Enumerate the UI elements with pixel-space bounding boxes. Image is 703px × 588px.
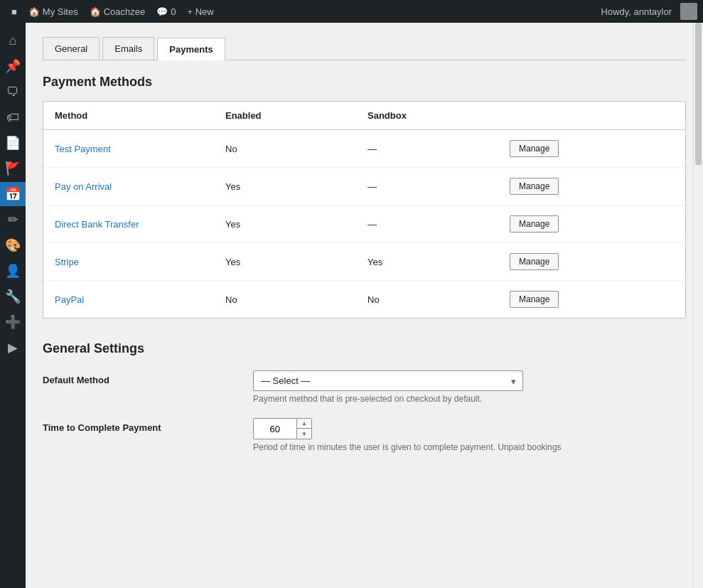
- sidebar-item-calendar[interactable]: 📅: [0, 182, 26, 206]
- home-icon: 🏠: [28, 6, 40, 17]
- table-row: Pay on Arrival Yes — Manage: [43, 168, 685, 205]
- method-link-direct-bank-transfer[interactable]: Direct Bank Transfer: [55, 219, 139, 230]
- manage-button-paypal[interactable]: Manage: [510, 291, 559, 308]
- sidebar-item-dashboard[interactable]: ⌂: [0, 28, 26, 53]
- sidebar-item-plugins[interactable]: ➕: [0, 310, 26, 334]
- sidebar-item-feedback[interactable]: 🚩: [0, 156, 26, 181]
- my-sites-label: My Sites: [43, 6, 78, 17]
- time-to-complete-input-wrapper: ▲ ▼: [253, 418, 312, 439]
- site-icon: 🏠: [90, 6, 101, 17]
- main-content: General Emails Payments Payment Methods …: [26, 23, 703, 588]
- enabled-pay-on-arrival: Yes: [225, 181, 367, 192]
- sidebar-item-tools[interactable]: 🔧: [0, 284, 26, 309]
- new-content-menu[interactable]: + New: [181, 0, 219, 23]
- default-method-description: Payment method that is pre-selected on c…: [253, 394, 686, 404]
- method-link-pay-on-arrival[interactable]: Pay on Arrival: [55, 181, 112, 192]
- payment-methods-table: Method Enabled Sandbox Test Payment No —…: [43, 101, 686, 319]
- tab-emails[interactable]: Emails: [102, 37, 154, 60]
- default-method-control: — Select — Test Payment Pay on Arrival D…: [253, 370, 686, 404]
- enabled-stripe: Yes: [225, 257, 367, 267]
- enabled-test-payment: No: [225, 144, 367, 154]
- method-link-stripe[interactable]: Stripe: [55, 257, 79, 267]
- sidebar-item-comments[interactable]: 🗨: [0, 80, 26, 104]
- sidebar-item-tickets[interactable]: 🏷: [0, 105, 26, 129]
- table-header-row: Method Enabled Sandbox: [43, 102, 685, 130]
- sandbox-test-payment: —: [367, 144, 510, 154]
- howdy-label[interactable]: Howdy, anntaylor: [596, 0, 677, 23]
- number-spinners: ▲ ▼: [296, 419, 311, 439]
- scrollbar[interactable]: [693, 23, 703, 588]
- header-enabled: Enabled: [225, 110, 367, 121]
- enabled-direct-bank-transfer: Yes: [225, 219, 367, 230]
- sidebar-item-brush[interactable]: ✏: [0, 208, 26, 232]
- sidebar-item-palette[interactable]: 🎨: [0, 233, 26, 257]
- time-to-complete-input[interactable]: [254, 419, 296, 439]
- time-to-complete-row: Time to Complete Payment ▲ ▼ Period of t…: [43, 418, 686, 452]
- general-settings-title: General Settings: [43, 341, 686, 356]
- header-actions: [510, 110, 674, 121]
- coachzee-menu[interactable]: 🏠 Coachzee: [84, 0, 151, 23]
- default-method-select-wrapper: — Select — Test Payment Pay on Arrival D…: [253, 370, 523, 391]
- sandbox-pay-on-arrival: —: [367, 181, 510, 192]
- my-sites-menu[interactable]: 🏠 My Sites: [23, 0, 84, 23]
- sandbox-direct-bank-transfer: —: [367, 219, 510, 230]
- comment-bubble-icon: 💬: [156, 6, 168, 17]
- time-to-complete-control: ▲ ▼ Period of time in minutes the user i…: [253, 418, 686, 452]
- scrollbar-thumb[interactable]: [695, 23, 702, 165]
- tab-general[interactable]: General: [43, 37, 100, 60]
- enabled-paypal: No: [225, 294, 367, 305]
- table-row: PayPal No No Manage: [43, 281, 685, 318]
- wp-icon: ■: [11, 6, 17, 17]
- spinner-up-button[interactable]: ▲: [297, 419, 311, 429]
- table-row: Stripe Yes Yes Manage: [43, 243, 685, 281]
- spinner-down-button[interactable]: ▼: [297, 429, 311, 439]
- manage-button-test-payment[interactable]: Manage: [510, 140, 559, 157]
- sidebar-item-pages[interactable]: 📄: [0, 131, 26, 155]
- payment-methods-title: Payment Methods: [43, 75, 686, 90]
- comments-count: 0: [171, 6, 176, 17]
- avatar[interactable]: [680, 3, 697, 20]
- settings-tabs: General Emails Payments: [43, 37, 686, 60]
- comments-menu[interactable]: 💬 0: [151, 0, 181, 23]
- new-label: + New: [187, 6, 213, 17]
- coachzee-label: Coachzee: [104, 6, 146, 17]
- manage-button-direct-bank-transfer[interactable]: Manage: [510, 215, 559, 232]
- method-link-test-payment[interactable]: Test Payment: [55, 144, 111, 154]
- time-to-complete-label: Time to Complete Payment: [43, 418, 242, 433]
- sidebar-item-media[interactable]: ▶: [0, 336, 26, 360]
- sandbox-paypal: No: [367, 294, 510, 305]
- default-method-select[interactable]: — Select — Test Payment Pay on Arrival D…: [253, 370, 523, 391]
- general-settings-section: General Settings Default Method — Select…: [43, 341, 686, 452]
- table-row: Direct Bank Transfer Yes — Manage: [43, 205, 685, 243]
- table-row: Test Payment No — Manage: [43, 130, 685, 168]
- sandbox-stripe: Yes: [367, 257, 510, 267]
- time-to-complete-description: Period of time in minutes the user is gi…: [253, 442, 686, 452]
- header-method: Method: [55, 110, 225, 121]
- default-method-row: Default Method — Select — Test Payment P…: [43, 370, 686, 404]
- manage-button-stripe[interactable]: Manage: [510, 253, 559, 270]
- sidebar-item-users[interactable]: 👤: [0, 259, 26, 283]
- sidebar-item-pin[interactable]: 📌: [0, 54, 26, 78]
- manage-button-pay-on-arrival[interactable]: Manage: [510, 178, 559, 195]
- wp-logo[interactable]: ■: [6, 0, 23, 23]
- tab-payments[interactable]: Payments: [157, 38, 225, 60]
- default-method-label: Default Method: [43, 370, 242, 385]
- adminbar-right: Howdy, anntaylor: [596, 0, 697, 23]
- method-link-paypal[interactable]: PayPal: [55, 294, 84, 305]
- admin-bar: ■ 🏠 My Sites 🏠 Coachzee 💬 0 + New Howdy,…: [0, 0, 703, 23]
- header-sandbox: Sandbox: [367, 110, 510, 121]
- admin-sidebar: ⌂ 📌 🗨 🏷 📄 🚩 📅 ✏ 🎨 👤 🔧 ➕ ▶: [0, 23, 26, 588]
